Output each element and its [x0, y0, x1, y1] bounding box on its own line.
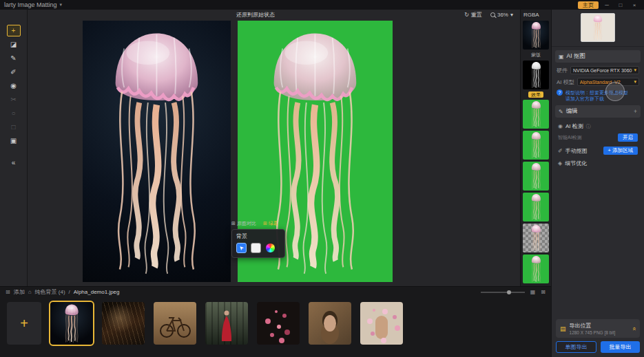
close-icon[interactable]: ×	[629, 2, 640, 8]
canvas-area: 还原到原始状态 ↻ 重置 36% ▾	[28, 10, 520, 286]
move-tool-icon[interactable]: +	[7, 25, 21, 36]
jellyfish-result-art	[529, 131, 543, 159]
result-thumbnail[interactable]	[523, 255, 549, 283]
home-button[interactable]: 主页	[578, 1, 599, 9]
hardware-select[interactable]: NVIDIA GeForce RTX 3060 ▾	[570, 66, 639, 74]
portrait-face-art	[324, 315, 336, 332]
breadcrumb-folder[interactable]: 纯色背景 (4)	[35, 288, 65, 296]
export-location-title: 导出位置	[570, 322, 629, 329]
frame-tool-icon[interactable]: ▣	[7, 135, 21, 147]
slider-knob[interactable]	[507, 290, 511, 294]
result-thumbnail[interactable]	[523, 193, 549, 221]
tab-green-label: 绿幕	[269, 220, 278, 227]
thumbnail-size-slider[interactable]	[481, 292, 525, 293]
detail-optimize-label: 细节优化	[565, 160, 587, 167]
eraser-tool-icon[interactable]: ◪	[7, 39, 21, 50]
zoom-control[interactable]: 36% ▾	[490, 12, 513, 18]
pick-color-swatch[interactable]: ➤	[236, 243, 247, 253]
add-image-button[interactable]: +	[7, 302, 41, 345]
media-browser: ⊞ 添加 ⌂ 纯色背景 (4) / Alpha_demo1.jpeg ▦ ⊠ +	[0, 286, 551, 357]
background-picker: ⊞ 原图对比 ⊞ 绿幕 背景 ➤	[231, 220, 285, 258]
result-thumbnail[interactable]	[523, 162, 549, 191]
ai-detect-info-icon[interactable]: ⓘ	[586, 123, 591, 130]
settings-panel: ▣ AI 抠图 硬件 NVIDIA GeForce RTX 3060 ▾ AI …	[551, 10, 644, 357]
maximize-icon[interactable]: □	[615, 2, 626, 8]
app-menu-caret-icon[interactable]: ▾	[60, 2, 63, 8]
folder-icon: ▤	[560, 325, 566, 332]
pen-tool-icon[interactable]: ✎	[7, 52, 21, 64]
tab-green-screen[interactable]: ⊞ 绿幕	[263, 220, 278, 227]
minimize-icon[interactable]: ─	[601, 2, 612, 8]
result-thumbnail[interactable]	[523, 131, 549, 160]
channel-label[interactable]: RGBA	[523, 12, 539, 18]
roses-figure-art	[375, 316, 388, 339]
filmstrip-thumb-woman-portrait[interactable]	[309, 302, 351, 345]
breadcrumb-file[interactable]: Alpha_demo1.jpeg	[74, 289, 120, 295]
detail-optimize-row[interactable]: ◈ 细节优化	[558, 160, 638, 167]
hardware-label: 硬件	[557, 67, 568, 74]
scissors-tool-icon[interactable]: ✂	[7, 94, 21, 105]
filmstrip: +	[0, 297, 551, 349]
color-wheel-swatch[interactable]	[265, 243, 276, 253]
tab-compare-original[interactable]: ⊞ 原图对比	[231, 220, 256, 227]
single-export-button[interactable]: 单图导出	[556, 341, 596, 353]
batch-export-button[interactable]: 批量导出	[601, 341, 640, 353]
result-thumbnail[interactable]	[523, 100, 549, 129]
reset-view-button[interactable]: ↻ 重置	[464, 11, 482, 19]
breadcrumb-separator: /	[69, 289, 70, 295]
white-background-swatch[interactable]	[251, 243, 261, 253]
channel-thumbnail-column: RGBA 蒙版 效果	[520, 10, 551, 286]
add-region-button[interactable]: + 添加区域	[603, 147, 638, 155]
filmstrip-thumb-woman-flowers-dark[interactable]	[257, 302, 300, 345]
model-help-row: ? 模型说明：想要更多抠图模型 请加入官方群下载	[557, 89, 639, 102]
ai-matting-title: AI 抠图	[567, 52, 585, 61]
filmstrip-thumb-woman-roses[interactable]	[360, 302, 403, 345]
jellyfish-result-art	[529, 224, 543, 252]
export-info: 1280 X 745 PNG [8 bit]	[570, 330, 629, 335]
ai-matting-section-header[interactable]: ▣ AI 抠图	[555, 50, 641, 63]
panel-grid-icon[interactable]: ⊞	[6, 289, 10, 295]
filmstrip-thumb-jellyfish[interactable]	[50, 302, 93, 345]
home-folder-icon[interactable]: ⌂	[28, 289, 32, 295]
jellyfish-result-art	[529, 162, 543, 190]
ai-detect-enable-button[interactable]: 开启	[618, 133, 638, 142]
original-thumbnail[interactable]	[523, 21, 549, 50]
ai-detect-desc: 智能AI检测	[558, 134, 582, 141]
export-buttons: 单图导出 批量导出	[556, 341, 640, 353]
tool-sidebar: + ◪ ✎ ✐ ◉ ✂ ○ □ ▣ «	[0, 10, 28, 286]
jellyfish-result-art	[529, 255, 543, 283]
hardware-row: 硬件 NVIDIA GeForce RTX 3060 ▾	[557, 66, 639, 74]
collapse-toolbar-icon[interactable]: «	[7, 157, 21, 169]
filmstrip-thumb-bicycle[interactable]	[154, 302, 196, 345]
collapse-export-icon[interactable]: «	[630, 327, 637, 330]
ai-detect-row[interactable]: ◉ AI 检测 ⓘ	[558, 122, 638, 130]
red-dress-art	[205, 302, 248, 345]
transparent-result-thumbnail[interactable]	[523, 224, 549, 252]
delete-icon[interactable]: ⊠	[541, 289, 546, 295]
mask-thumbnail[interactable]	[523, 61, 549, 89]
original-image[interactable]	[83, 21, 231, 282]
brush-tool-icon[interactable]: ✐	[7, 66, 21, 78]
green-grid-icon: ⊞	[263, 221, 267, 226]
layout-toggle-icon[interactable]: ▦	[530, 289, 536, 295]
eyedropper-tool-icon[interactable]: ◉	[7, 80, 21, 91]
title-bar: larty Image Matting ▾ 主页 ─ □ ×	[0, 0, 644, 10]
edit-section-header[interactable]: ✎ 编辑 +	[555, 105, 641, 118]
zoom-level: 36%	[497, 12, 508, 18]
mask-label[interactable]: 蒙版	[531, 52, 541, 58]
rect-tool-icon[interactable]: □	[7, 121, 21, 133]
ellipse-tool-icon[interactable]: ○	[7, 107, 21, 119]
export-location-box[interactable]: ▤ 导出位置 1280 X 745 PNG [8 bit] «	[556, 319, 640, 338]
selection-preview-thumbnail[interactable]	[581, 13, 615, 42]
pointer-icon: ➤	[238, 244, 245, 252]
ai-detect-subrow: 智能AI检测 开启	[558, 133, 638, 142]
magnifier-icon	[490, 12, 495, 17]
filmstrip-thumb-tree-roots[interactable]	[102, 302, 145, 345]
help-icon[interactable]: ?	[557, 89, 563, 96]
result-label[interactable]: 效果	[528, 91, 543, 98]
zoom-caret-icon: ▾	[510, 12, 513, 18]
compare-grid-icon: ⊞	[231, 221, 236, 226]
edit-add-icon[interactable]: +	[634, 108, 637, 115]
manual-matting-row[interactable]: ✐ 手动抠图 + 添加区域	[558, 147, 638, 155]
filmstrip-thumb-woman-red-dress[interactable]	[205, 302, 248, 345]
